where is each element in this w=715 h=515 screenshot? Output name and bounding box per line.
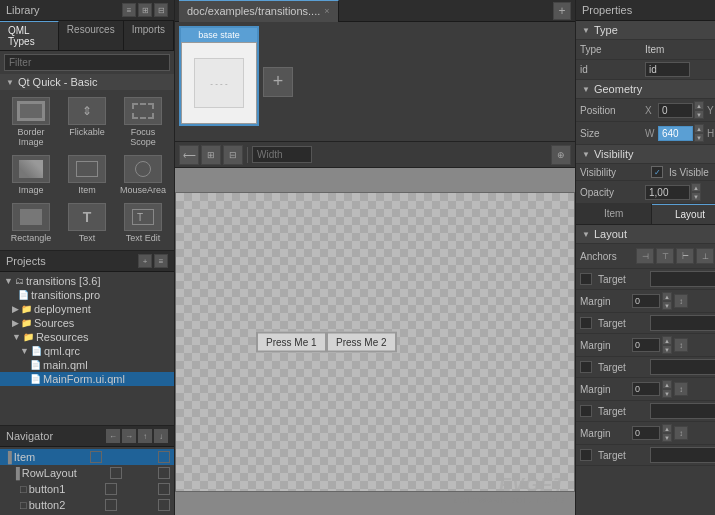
anchor-check-3[interactable] — [580, 361, 592, 373]
nav-fwd-btn[interactable]: → — [122, 429, 136, 443]
w-input[interactable] — [658, 126, 693, 141]
margin-input-3[interactable] — [632, 382, 660, 396]
x-input[interactable] — [658, 103, 693, 118]
anchor-btn-right[interactable]: ⊢ — [676, 248, 694, 264]
target-select-2[interactable] — [650, 315, 715, 331]
margin-action-2[interactable]: ↕ — [674, 338, 688, 352]
margin-spin-up-4[interactable]: ▲ — [662, 424, 672, 433]
opacity-input[interactable] — [645, 185, 690, 200]
tree-item-transitions[interactable]: ▼ 🗂 transitions [3.6] — [0, 274, 174, 288]
nav-back-btn[interactable]: ← — [106, 429, 120, 443]
x-spin-up[interactable]: ▲ — [694, 101, 704, 110]
tab-qml-types[interactable]: QML Types — [0, 21, 59, 50]
tab-imports[interactable]: Imports — [124, 21, 174, 50]
nav-vis2-rowlayout[interactable] — [158, 467, 170, 479]
nav-vis-button2[interactable] — [105, 499, 117, 511]
tree-item-transitions-pro[interactable]: 📄 transitions.pro — [0, 288, 174, 302]
library-section-header[interactable]: ▼ Qt Quick - Basic — [0, 74, 174, 90]
w-spin-down[interactable]: ▼ — [694, 133, 704, 142]
nav-item-item[interactable]: ▐ Item — [0, 449, 174, 465]
lib-item-mousearea[interactable]: MouseArea — [116, 152, 170, 198]
tree-item-sources[interactable]: ▶ 📁 Sources — [0, 316, 174, 330]
target-select-5[interactable] — [650, 447, 715, 463]
tree-item-mainform[interactable]: 📄 MainForm.ui.qml — [0, 372, 174, 386]
nav-item-button2[interactable]: □ button2 — [0, 497, 174, 513]
canvas-button-2[interactable]: Press Me 2 — [326, 331, 397, 352]
width-input[interactable] — [252, 146, 312, 163]
toolbar-btn-3[interactable]: ⊟ — [223, 145, 243, 165]
lib-item-border-image[interactable]: Border Image — [4, 94, 58, 150]
geometry-section-header[interactable]: ▼ Geometry — [576, 80, 715, 99]
nav-vis2-button2[interactable] — [158, 499, 170, 511]
lib-item-textedit[interactable]: Text Edit — [116, 200, 170, 246]
tree-item-main-qml[interactable]: 📄 main.qml — [0, 358, 174, 372]
visibility-section-header[interactable]: ▼ Visibility — [576, 145, 715, 164]
w-spin-up[interactable]: ▲ — [694, 124, 704, 133]
opacity-spin-down[interactable]: ▼ — [691, 192, 701, 201]
margin-spin-up-2[interactable]: ▲ — [662, 336, 672, 345]
anchor-btn-top[interactable]: ⊤ — [656, 248, 674, 264]
margin-spin-up-1[interactable]: ▲ — [662, 292, 672, 301]
anchor-check-1[interactable] — [580, 273, 592, 285]
tab-close-btn[interactable]: × — [324, 6, 329, 16]
props-tab-layout[interactable]: Layout — [652, 204, 715, 224]
projects-icon-1[interactable]: + — [138, 254, 152, 268]
filter-input[interactable] — [4, 54, 170, 71]
margin-action-1[interactable]: ↕ — [674, 294, 688, 308]
lib-item-flickable[interactable]: ⇕ Flickable — [60, 94, 114, 150]
layout-section-header[interactable]: ▼ Layout — [576, 225, 715, 244]
projects-icon-2[interactable]: ≡ — [154, 254, 168, 268]
id-input[interactable] — [645, 62, 690, 77]
margin-action-3[interactable]: ↕ — [674, 382, 688, 396]
library-icon-3[interactable]: ⊟ — [154, 3, 168, 17]
margin-action-4[interactable]: ↕ — [674, 426, 688, 440]
margin-input-1[interactable] — [632, 294, 660, 308]
add-tab-button[interactable]: + — [553, 2, 571, 20]
nav-vis-item[interactable] — [90, 451, 102, 463]
toolbar-btn-mode[interactable]: ⊕ — [551, 145, 571, 165]
margin-spin-down-1[interactable]: ▼ — [662, 301, 672, 310]
lib-item-text[interactable]: T Text — [60, 200, 114, 246]
margin-input-4[interactable] — [632, 426, 660, 440]
lib-item-item[interactable]: Item — [60, 152, 114, 198]
props-tab-item[interactable]: Item — [576, 204, 652, 224]
anchor-btn-bottom[interactable]: ⊥ — [696, 248, 714, 264]
lib-item-focus-scope[interactable]: Focus Scope — [116, 94, 170, 150]
nav-down-btn[interactable]: ↓ — [154, 429, 168, 443]
toolbar-btn-2[interactable]: ⊞ — [201, 145, 221, 165]
margin-spin-up-3[interactable]: ▲ — [662, 380, 672, 389]
nav-item-rowlayout[interactable]: ▐ RowLayout — [0, 465, 174, 481]
nav-vis2-button1[interactable] — [158, 483, 170, 495]
nav-up-btn[interactable]: ↑ — [138, 429, 152, 443]
lib-item-rectangle[interactable]: Rectangle — [4, 200, 58, 246]
editor-tab-main[interactable]: doc/examples/transitions.... × — [179, 0, 339, 22]
tree-item-deployment[interactable]: ▶ 📁 deployment — [0, 302, 174, 316]
library-icon-1[interactable]: ≡ — [122, 3, 136, 17]
x-spin-down[interactable]: ▼ — [694, 110, 704, 119]
target-select-1[interactable] — [650, 271, 715, 287]
target-select-4[interactable] — [650, 403, 715, 419]
type-section-header[interactable]: ▼ Type — [576, 21, 715, 40]
canvas-button-1[interactable]: Press Me 1 — [256, 331, 327, 352]
tree-item-qml-qrc[interactable]: ▼ 📄 qml.qrc — [0, 344, 174, 358]
nav-vis2-item[interactable] — [158, 451, 170, 463]
lib-item-image[interactable]: Image — [4, 152, 58, 198]
margin-spin-down-3[interactable]: ▼ — [662, 389, 672, 398]
nav-vis-rowlayout[interactable] — [110, 467, 122, 479]
margin-input-2[interactable] — [632, 338, 660, 352]
margin-spin-down-2[interactable]: ▼ — [662, 345, 672, 354]
toolbar-btn-1[interactable]: ⟵ — [179, 145, 199, 165]
nav-item-button1[interactable]: □ button1 — [0, 481, 174, 497]
nav-vis-button1[interactable] — [105, 483, 117, 495]
margin-spin-down-4[interactable]: ▼ — [662, 433, 672, 442]
anchor-check-5[interactable] — [580, 449, 592, 461]
tab-resources[interactable]: Resources — [59, 21, 124, 50]
anchor-check-2[interactable] — [580, 317, 592, 329]
library-icon-2[interactable]: ⊞ — [138, 3, 152, 17]
tree-item-resources[interactable]: ▼ 📁 Resources — [0, 330, 174, 344]
add-state-button[interactable]: + — [263, 67, 293, 97]
opacity-spin-up[interactable]: ▲ — [691, 183, 701, 192]
target-select-3[interactable] — [650, 359, 715, 375]
state-item-base[interactable]: base state - - - - — [179, 26, 259, 126]
anchor-btn-left[interactable]: ⊣ — [636, 248, 654, 264]
